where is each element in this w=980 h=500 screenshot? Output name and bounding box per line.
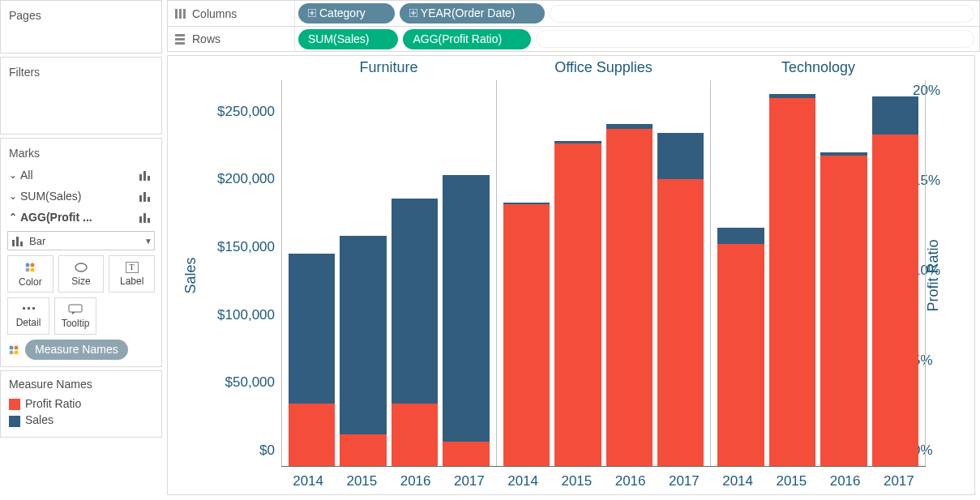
marks-row-all-label: All bbox=[20, 169, 33, 182]
svg-point-15 bbox=[31, 267, 35, 271]
marks-title: Marks bbox=[1, 139, 161, 165]
bar-seg-profit-ratio bbox=[443, 442, 489, 467]
svg-rect-8 bbox=[148, 218, 150, 223]
marks-row-all[interactable]: ⌄All bbox=[1, 165, 161, 186]
svg-rect-0 bbox=[139, 174, 142, 181]
x-tick: 2017 bbox=[443, 473, 496, 489]
bar[interactable] bbox=[289, 80, 335, 467]
marks-row-sum-sales-label: SUM(Sales) bbox=[20, 190, 81, 203]
marks-color-label: Color bbox=[19, 276, 42, 288]
pages-shelf[interactable]: Pages bbox=[0, 0, 162, 53]
facet bbox=[281, 80, 496, 467]
marks-card: Marks ⌄All ⌄SUM(Sales) ⌃AGG(Profit ... B… bbox=[0, 138, 162, 367]
bar-seg-profit-ratio bbox=[340, 434, 386, 467]
bar[interactable] bbox=[820, 80, 867, 467]
marks-label-button[interactable]: T Label bbox=[109, 255, 155, 293]
pill-label: YEAR(Order Date) bbox=[421, 6, 516, 19]
marks-color-button[interactable]: Color bbox=[7, 255, 53, 293]
columns-shelf-label: Columns bbox=[192, 7, 237, 20]
svg-rect-27 bbox=[183, 9, 186, 19]
color-icon bbox=[7, 344, 20, 357]
svg-point-12 bbox=[26, 263, 30, 267]
y-left-tick: $50,000 bbox=[225, 374, 275, 391]
pill-label: Category bbox=[319, 6, 366, 19]
pill-label: SUM(Sales) bbox=[308, 32, 369, 45]
color-icon bbox=[24, 261, 36, 274]
svg-point-22 bbox=[15, 345, 19, 349]
legend-item-sales[interactable]: Sales bbox=[9, 412, 153, 428]
columns-shelf-dropzone[interactable] bbox=[550, 5, 974, 23]
bar[interactable] bbox=[769, 80, 815, 467]
svg-rect-25 bbox=[175, 9, 178, 19]
bar[interactable] bbox=[443, 80, 489, 467]
mark-type-dropdown[interactable]: Bar ▼ bbox=[7, 231, 155, 250]
rows-shelf-label: Rows bbox=[192, 32, 220, 45]
pill-measure-names[interactable]: Measure Names bbox=[25, 340, 128, 360]
bar-chart-icon bbox=[139, 190, 153, 202]
expand-icon bbox=[308, 9, 316, 17]
pill-sum-sales[interactable]: SUM(Sales) bbox=[298, 29, 398, 49]
bar[interactable] bbox=[717, 80, 764, 467]
x-tick: 2014 bbox=[281, 473, 335, 489]
rows-shelf[interactable]: Rows SUM(Sales) AGG(Profit Ratio) bbox=[167, 26, 980, 52]
x-tick: 2015 bbox=[550, 473, 603, 489]
svg-rect-36 bbox=[175, 42, 185, 45]
chart-viz[interactable]: Sales Profit Ratio FurnitureOffice Suppl… bbox=[167, 55, 975, 495]
marks-size-button[interactable]: Size bbox=[58, 255, 105, 293]
bar[interactable] bbox=[340, 80, 386, 467]
rows-shelf-dropzone[interactable] bbox=[536, 30, 974, 48]
bar[interactable] bbox=[554, 80, 601, 467]
marks-row-agg-profit[interactable]: ⌃AGG(Profit ... bbox=[1, 207, 161, 228]
marks-tooltip-label: Tooltip bbox=[62, 318, 90, 329]
bar-seg-sales bbox=[340, 236, 386, 467]
svg-rect-34 bbox=[175, 34, 185, 36]
svg-point-24 bbox=[15, 350, 19, 354]
svg-point-21 bbox=[10, 345, 14, 349]
bar-seg-profit-ratio bbox=[554, 143, 601, 467]
bar-chart-icon bbox=[139, 169, 153, 181]
bar[interactable] bbox=[606, 80, 653, 467]
y-left-tick: $0 bbox=[259, 442, 275, 459]
marks-size-label: Size bbox=[71, 276, 90, 287]
legend-swatch bbox=[9, 416, 20, 427]
expand-icon bbox=[409, 9, 417, 17]
x-tick: 2017 bbox=[872, 473, 926, 489]
x-tick: 2017 bbox=[657, 473, 711, 489]
y-left-tick: $100,000 bbox=[217, 307, 275, 323]
legend-item-profit-ratio[interactable]: Profit Ratio bbox=[9, 395, 153, 412]
facet-header: Technology bbox=[711, 59, 926, 76]
svg-rect-20 bbox=[69, 305, 82, 312]
pill-label: AGG(Profit Ratio) bbox=[413, 32, 502, 45]
bar[interactable] bbox=[657, 80, 704, 467]
x-tick: 2016 bbox=[389, 473, 443, 489]
pages-title: Pages bbox=[1, 1, 161, 30]
pill-year-order-date[interactable]: YEAR(Order Date) bbox=[400, 3, 545, 24]
pill-category[interactable]: Category bbox=[298, 3, 395, 24]
marks-row-agg-label: AGG(Profit ... bbox=[20, 211, 92, 224]
x-tick: 2014 bbox=[711, 473, 764, 489]
bar-seg-profit-ratio bbox=[769, 98, 815, 467]
svg-rect-1 bbox=[143, 171, 146, 181]
tooltip-icon bbox=[68, 304, 83, 315]
marks-detail-button[interactable]: Detail bbox=[7, 297, 49, 335]
bar[interactable] bbox=[872, 80, 918, 467]
filters-shelf[interactable]: Filters bbox=[0, 57, 162, 135]
bar-seg-profit-ratio bbox=[820, 156, 867, 467]
chevron-down-icon: ⌄ bbox=[9, 169, 17, 181]
legend-title: Measure Names bbox=[9, 378, 153, 395]
bar[interactable] bbox=[392, 80, 438, 467]
color-legend: Measure Names Profit Ratio Sales bbox=[0, 370, 162, 438]
columns-shelf[interactable]: Columns Category YEAR(Order Date) bbox=[167, 0, 980, 26]
pill-agg-profit-ratio[interactable]: AGG(Profit Ratio) bbox=[403, 29, 531, 49]
bar-seg-profit-ratio bbox=[657, 179, 704, 467]
svg-rect-3 bbox=[139, 195, 142, 202]
bar-seg-profit-ratio bbox=[392, 404, 438, 467]
legend-swatch bbox=[9, 399, 20, 410]
mark-type-label: Bar bbox=[29, 235, 45, 247]
svg-point-23 bbox=[10, 350, 14, 354]
bar[interactable] bbox=[503, 80, 550, 467]
svg-rect-7 bbox=[143, 213, 146, 223]
marks-tooltip-button[interactable]: Tooltip bbox=[54, 297, 96, 335]
marks-row-sum-sales[interactable]: ⌄SUM(Sales) bbox=[1, 186, 161, 207]
svg-point-13 bbox=[31, 263, 35, 267]
